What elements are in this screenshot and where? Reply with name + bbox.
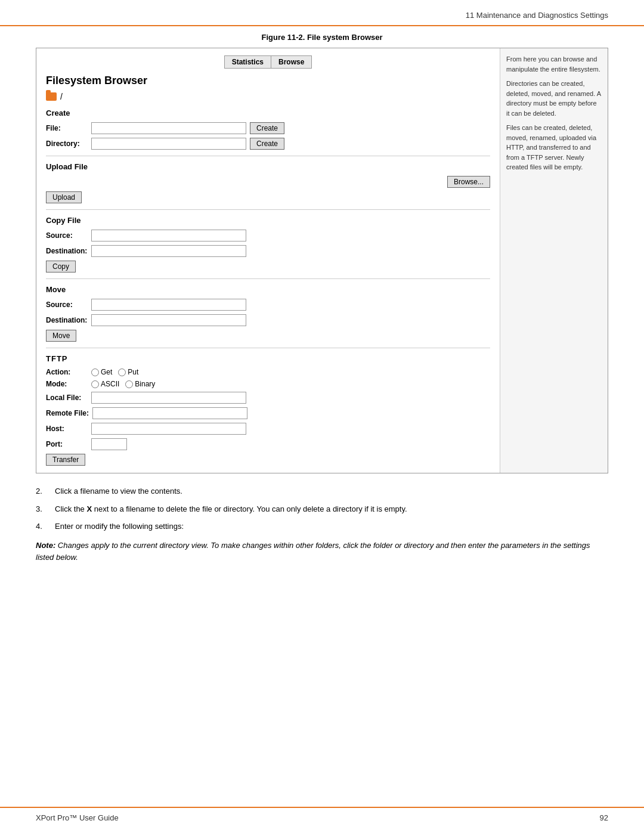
x-bold: X xyxy=(86,504,92,513)
upload-browse-row: Browse... xyxy=(46,176,490,188)
create-section-label: Create xyxy=(46,109,490,117)
bottom-rule xyxy=(0,807,644,808)
move-section-label: Move xyxy=(46,285,490,294)
figure-caption: Figure 11-2. File system Browser xyxy=(36,33,608,42)
put-radio-item: Put xyxy=(118,368,138,376)
divider-3 xyxy=(46,278,490,279)
instruction-1: 2. Click a filename to view the contents… xyxy=(36,485,608,497)
path-text: / xyxy=(60,92,63,101)
inst-text-2: Click the X next to a filename to delete… xyxy=(55,503,407,515)
ascii-radio[interactable] xyxy=(91,380,99,388)
page-header: 11 Maintenance and Diagnostics Settings xyxy=(466,11,608,20)
local-file-input[interactable] xyxy=(91,392,246,404)
put-label: Put xyxy=(128,368,138,376)
port-row: Port: xyxy=(46,438,490,450)
folder-icon xyxy=(46,92,57,101)
tftp-mode-row: Mode: ASCII Binary xyxy=(46,380,490,388)
divider-1 xyxy=(46,156,490,156)
move-source-row: Source: xyxy=(46,299,490,311)
figure-container: Statistics Browse Filesystem Browser / C… xyxy=(36,48,608,473)
browse-tab[interactable]: Browse xyxy=(271,55,312,69)
inst-text-3: Enter or modify the following settings: xyxy=(55,521,184,532)
statistics-tab[interactable]: Statistics xyxy=(224,55,271,69)
inst-text-1: Click a filename to view the contents. xyxy=(55,485,182,497)
put-radio[interactable] xyxy=(118,368,126,376)
footer: XPort Pro™ User Guide 92 xyxy=(36,813,608,822)
main-content: Figure 11-2. File system Browser Statist… xyxy=(36,33,608,803)
bottom-content: 2. Click a filename to view the contents… xyxy=(36,485,608,564)
footer-right: 92 xyxy=(600,813,608,822)
browse-btn[interactable]: Browse... xyxy=(447,176,490,188)
copy-source-label: Source: xyxy=(46,231,88,240)
copy-source-input[interactable] xyxy=(91,230,246,241)
note-block: Note: Changes apply to the current direc… xyxy=(36,540,608,565)
copy-dest-input[interactable] xyxy=(91,245,246,257)
tftp-action-row: Action: Get Put xyxy=(46,368,490,376)
copy-dest-label: Destination: xyxy=(46,247,88,255)
ascii-radio-item: ASCII xyxy=(91,380,119,388)
inst-num-3: 4. xyxy=(36,521,48,532)
tftp-action-label: Action: xyxy=(46,368,88,376)
binary-radio[interactable] xyxy=(125,380,133,388)
copy-btn[interactable]: Copy xyxy=(46,261,76,272)
create-file-row: File: Create xyxy=(46,122,490,134)
footer-left: XPort Pro™ User Guide xyxy=(36,813,119,822)
tftp-section: TFTP Action: Get Put xyxy=(46,354,490,466)
port-label: Port: xyxy=(46,440,88,448)
inst-num-2: 3. xyxy=(36,503,48,515)
move-btn[interactable]: Move xyxy=(46,330,76,342)
tftp-mode-label: Mode: xyxy=(46,380,88,388)
copy-dest-row: Destination: xyxy=(46,245,490,257)
filesystem-title: Filesystem Browser xyxy=(46,75,490,87)
dir-path: / xyxy=(46,92,490,101)
remote-file-row: Remote File: xyxy=(46,407,490,419)
copy-section-label: Copy File xyxy=(46,216,490,225)
upload-btn-row: Upload xyxy=(46,191,490,203)
top-rule xyxy=(0,25,644,26)
dir-input[interactable] xyxy=(91,138,246,150)
create-file-btn[interactable]: Create xyxy=(250,122,284,134)
inst-num-1: 2. xyxy=(36,485,48,497)
note-text: Changes apply to the current directory v… xyxy=(36,541,590,562)
upload-btn[interactable]: Upload xyxy=(46,191,82,203)
file-label: File: xyxy=(46,124,88,132)
header-title: 11 Maintenance and Diagnostics Settings xyxy=(466,11,608,20)
tftp-label: TFTP xyxy=(46,354,490,363)
move-source-input[interactable] xyxy=(91,299,246,311)
host-input[interactable] xyxy=(91,423,246,435)
move-dest-row: Destination: xyxy=(46,314,490,326)
move-source-label: Source: xyxy=(46,301,88,309)
instruction-3: 4. Enter or modify the following setting… xyxy=(36,521,608,532)
transfer-btn[interactable]: Transfer xyxy=(46,454,85,466)
port-input[interactable] xyxy=(91,438,127,450)
ascii-label: ASCII xyxy=(101,380,119,388)
note-bold: Note: xyxy=(36,541,55,550)
file-input[interactable] xyxy=(91,122,246,134)
move-dest-input[interactable] xyxy=(91,314,246,326)
divider-4 xyxy=(46,348,490,348)
browser-panel: Statistics Browse Filesystem Browser / C… xyxy=(36,48,500,473)
local-file-row: Local File: xyxy=(46,392,490,404)
host-row: Host: xyxy=(46,423,490,435)
side-notes: From here you can browse and manipulate … xyxy=(500,48,608,473)
binary-label: Binary xyxy=(135,380,155,388)
create-dir-row: Directory: Create xyxy=(46,138,490,150)
side-note-1: From here you can browse and manipulate … xyxy=(506,54,602,74)
upload-section-label: Upload File xyxy=(46,162,490,171)
get-label: Get xyxy=(101,368,112,376)
create-dir-btn[interactable]: Create xyxy=(250,138,284,150)
remote-file-label: Remote File: xyxy=(46,409,89,417)
copy-btn-row: Copy xyxy=(46,261,490,272)
get-radio[interactable] xyxy=(91,368,99,376)
transfer-btn-row: Transfer xyxy=(46,454,490,466)
move-dest-label: Destination: xyxy=(46,316,88,324)
tftp-action-radios: Get Put xyxy=(91,368,138,376)
side-note-2: Directories can be created, deleted, mov… xyxy=(506,79,602,118)
binary-radio-item: Binary xyxy=(125,380,155,388)
tftp-mode-radios: ASCII Binary xyxy=(91,380,155,388)
dir-label: Directory: xyxy=(46,140,88,148)
host-label: Host: xyxy=(46,425,88,433)
tabs-row: Statistics Browse xyxy=(46,55,490,69)
divider-2 xyxy=(46,209,490,210)
remote-file-input[interactable] xyxy=(92,407,247,419)
